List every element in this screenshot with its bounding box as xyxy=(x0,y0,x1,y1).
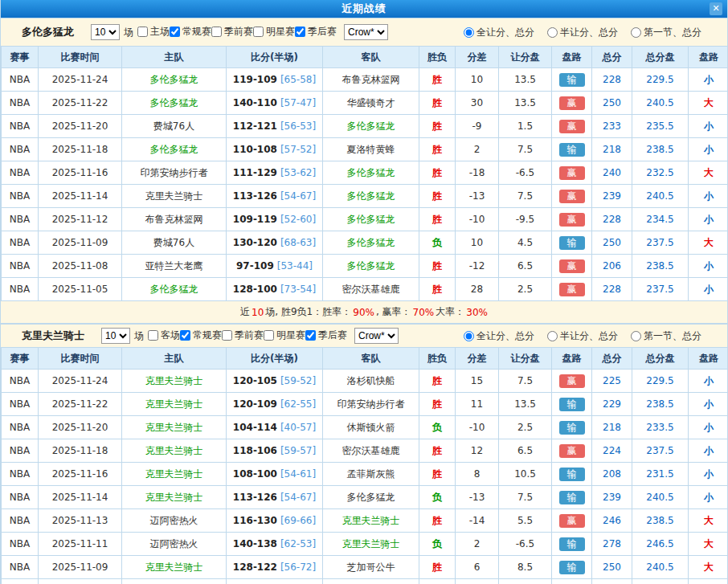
home-team-cell: 迈阿密热火 xyxy=(122,533,227,556)
games-count-select[interactable]: 10 xyxy=(91,24,120,40)
score-main: 128-122 xyxy=(233,562,277,573)
filter-checkbox-季前赛[interactable]: 季前赛 xyxy=(211,25,253,39)
total-cell: 229 xyxy=(592,393,632,416)
total-cell: 240 xyxy=(592,161,632,185)
close-icon[interactable]: ✕ xyxy=(710,2,722,15)
handicap-cell: -12.5 xyxy=(499,579,552,584)
total-line-cell: 243.5 xyxy=(632,579,689,584)
ou-result-cell: 大 xyxy=(689,509,728,533)
radio-input[interactable] xyxy=(464,27,474,38)
result-cell: 负 xyxy=(419,533,456,556)
checkbox-input[interactable] xyxy=(170,27,180,37)
checkbox-input[interactable] xyxy=(222,330,232,341)
total-cell: 239 xyxy=(592,185,632,208)
filter-checkbox-季前赛[interactable]: 季前赛 xyxy=(222,329,264,342)
checkbox-input[interactable] xyxy=(264,330,274,341)
col-header-league: 赛事 xyxy=(2,47,39,68)
score-main: 118-106 xyxy=(233,445,277,456)
total-line-cell: 232.5 xyxy=(632,161,689,185)
checkbox-label: 明星赛 xyxy=(276,329,305,342)
total-line-cell: 235.5 xyxy=(632,115,689,138)
col-header-score: 比分(半场) xyxy=(227,348,323,370)
handicap-result-badge: 输 xyxy=(559,421,585,435)
checkbox-input[interactable] xyxy=(295,27,305,37)
ou-result-cell: 小 xyxy=(689,370,728,393)
checkbox-label: 季后赛 xyxy=(308,25,337,39)
radio-input[interactable] xyxy=(464,331,474,341)
handicap-result-badge: 赢 xyxy=(559,283,585,296)
league-cell: NBA xyxy=(2,255,39,278)
filter-radio-第一节、总分[interactable]: 第一节、总分 xyxy=(631,329,701,343)
filter-checkbox-季后赛[interactable]: 季后赛 xyxy=(295,25,337,39)
handicap-cell: -6.5 xyxy=(499,161,552,185)
score-halftime: [52-60] xyxy=(280,214,316,225)
summary-text: 70% xyxy=(413,307,435,318)
odds-source-select[interactable]: Crow* xyxy=(354,328,399,344)
filter-radio-第一节、总分[interactable]: 第一节、总分 xyxy=(631,26,701,39)
total-line-cell: 229.5 xyxy=(632,68,689,92)
game-row: NBA2025-11-16克里夫兰骑士108-100[54-61]孟菲斯灰熊胜8… xyxy=(2,463,728,486)
col-header-date: 比赛时间 xyxy=(39,348,122,370)
radio-input[interactable] xyxy=(547,331,558,341)
checkbox-input[interactable] xyxy=(305,330,316,341)
result-cell: 负 xyxy=(419,486,456,509)
home-team-cell: 克里夫兰骑士 xyxy=(122,416,227,439)
filter-checkbox-group: 客场常规赛季前赛明星赛季后赛 xyxy=(148,329,347,343)
date-cell: 2025-11-20 xyxy=(39,115,122,138)
league-cell: NBA xyxy=(2,208,39,231)
league-cell: NBA xyxy=(2,416,39,439)
handicap-result-cell: 赢 xyxy=(552,278,592,301)
date-cell: 2025-11-18 xyxy=(39,138,122,161)
filter-checkbox-主场[interactable]: 主场 xyxy=(137,25,170,39)
total-cell: 206 xyxy=(592,255,632,278)
score-main: 110-108 xyxy=(233,144,277,155)
handicap-cell: 13.5 xyxy=(499,92,552,115)
radio-label: 半让分、总分 xyxy=(560,329,618,343)
game-row: NBA2025-11-12布鲁克林篮网109-119[52-60]多伦多猛龙胜-… xyxy=(2,208,728,231)
radio-input[interactable] xyxy=(631,331,641,341)
away-team-cell: 多伦多猛龙 xyxy=(323,255,419,278)
score-halftime: [56-72] xyxy=(280,562,316,573)
handicap-cell: 13.5 xyxy=(499,68,552,92)
home-team-cell: 克里夫兰骑士 xyxy=(122,463,227,486)
checkbox-input[interactable] xyxy=(148,330,158,341)
league-cell: NBA xyxy=(2,486,39,509)
handicap-result-badge: 输 xyxy=(559,73,585,87)
total-line-cell: 240.5 xyxy=(632,92,689,115)
total-line-cell: 234.5 xyxy=(632,208,689,231)
filter-checkbox-明星赛[interactable]: 明星赛 xyxy=(253,25,295,39)
score-cell: 120-105[59-52] xyxy=(227,370,323,393)
games-count-select[interactable]: 10 xyxy=(101,328,130,344)
filter-checkbox-客场[interactable]: 客场 xyxy=(148,329,180,342)
filter-checkbox-常规赛[interactable]: 常规赛 xyxy=(180,329,222,342)
handicap-result-badge: 赢 xyxy=(559,166,585,180)
checkbox-input[interactable] xyxy=(211,27,222,37)
filter-radio-半让分、总分[interactable]: 半让分、总分 xyxy=(547,329,618,343)
score-main: 109-119 xyxy=(233,214,277,225)
filter-radio-全让分、总分[interactable]: 全让分、总分 xyxy=(464,329,534,343)
filter-radio-全让分、总分[interactable]: 全让分、总分 xyxy=(464,26,534,39)
filter-checkbox-常规赛[interactable]: 常规赛 xyxy=(170,25,211,39)
total-line-cell: 238.5 xyxy=(632,138,689,161)
odds-source-select[interactable]: Crow* xyxy=(344,24,388,40)
checkbox-label: 客场 xyxy=(161,329,180,342)
game-row: NBA2025-11-22克里夫兰骑士120-109[62-55]印第安纳步行者… xyxy=(2,393,728,416)
total-cell: 225 xyxy=(592,370,632,393)
checkbox-input[interactable] xyxy=(137,27,148,37)
date-cell: 2025-11-14 xyxy=(39,486,122,509)
result-cell: 胜 xyxy=(419,439,456,463)
filter-radio-半让分、总分[interactable]: 半让分、总分 xyxy=(547,26,618,39)
handicap-cell: -6.5 xyxy=(499,533,552,556)
handicap-result-badge: 赢 xyxy=(559,514,585,528)
filter-checkbox-季后赛[interactable]: 季后赛 xyxy=(305,329,347,342)
checkbox-input[interactable] xyxy=(180,330,190,341)
summary-text: 30% xyxy=(466,307,488,318)
checkbox-input[interactable] xyxy=(253,27,264,37)
score-cell: 140-138[62-53] xyxy=(227,533,323,556)
col-header-ou-result: 盘路 xyxy=(689,348,728,370)
diff-cell: 2 xyxy=(456,138,499,161)
radio-input[interactable] xyxy=(631,27,641,38)
score-cell: 119-109[65-58] xyxy=(227,68,323,92)
radio-input[interactable] xyxy=(547,27,558,38)
filter-checkbox-明星赛[interactable]: 明星赛 xyxy=(264,329,305,342)
